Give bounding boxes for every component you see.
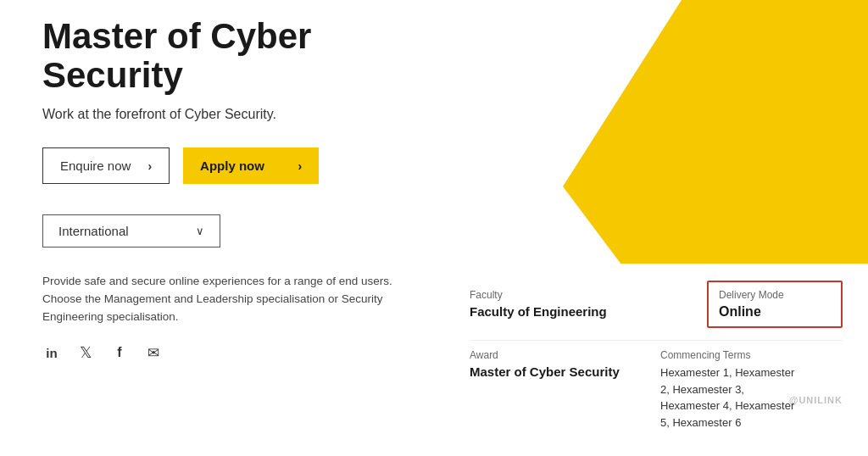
right-panel: Faculty Faculty of Engineering Delivery …	[453, 264, 868, 456]
enquire-arrow-icon: ›	[147, 159, 152, 173]
delivery-mode-value: Online	[719, 304, 831, 320]
apply-label: Apply now	[200, 158, 264, 173]
faculty-section: Faculty Faculty of Engineering	[470, 281, 707, 328]
enquire-button[interactable]: Enquire now ›	[42, 147, 170, 184]
commencing-terms-section: Commencing Terms Hexamester 1, Hexameste…	[660, 341, 843, 439]
subtitle: Work at the forefront of Cyber Security.	[42, 107, 432, 122]
social-icons-row: in 𝕏 f ✉	[42, 343, 432, 362]
award-row: Award Master of Cyber Security Commencin…	[470, 340, 843, 439]
enquire-label: Enquire now	[60, 158, 131, 173]
apply-arrow-icon: ›	[298, 159, 302, 173]
left-content: Master of Cyber Security Work at the for…	[42, 17, 432, 362]
delivery-mode-label: Delivery Mode	[719, 289, 831, 301]
description: Provide safe and secure online experienc…	[42, 273, 398, 326]
facebook-icon[interactable]: f	[110, 343, 129, 362]
page-container: Master of Cyber Security Work at the for…	[0, 0, 868, 456]
delivery-mode-section: Delivery Mode Online	[707, 281, 843, 328]
audience-dropdown[interactable]: International ∨	[42, 214, 220, 247]
linkedin-icon[interactable]: in	[42, 343, 61, 362]
award-value: Master of Cyber Security	[470, 364, 643, 379]
dropdown-selected: International	[58, 224, 129, 238]
apply-button[interactable]: Apply now ›	[183, 147, 319, 184]
award-section: Award Master of Cyber Security	[470, 341, 660, 439]
award-label: Award	[470, 349, 643, 361]
commencing-terms-value: Hexamester 1, Hexamester2, Hexamester 3,…	[660, 364, 834, 431]
dropdown-container: International ∨	[42, 214, 432, 247]
commencing-terms-label: Commencing Terms	[660, 349, 834, 361]
page-title: Master of Cyber Security	[42, 17, 432, 95]
faculty-value: Faculty of Engineering	[470, 304, 690, 319]
twitter-icon[interactable]: 𝕏	[76, 343, 95, 362]
faculty-label: Faculty	[470, 289, 690, 301]
chevron-down-icon: ∨	[196, 225, 204, 237]
buttons-row: Enquire now › Apply now ›	[42, 147, 432, 184]
email-icon[interactable]: ✉	[144, 343, 163, 362]
